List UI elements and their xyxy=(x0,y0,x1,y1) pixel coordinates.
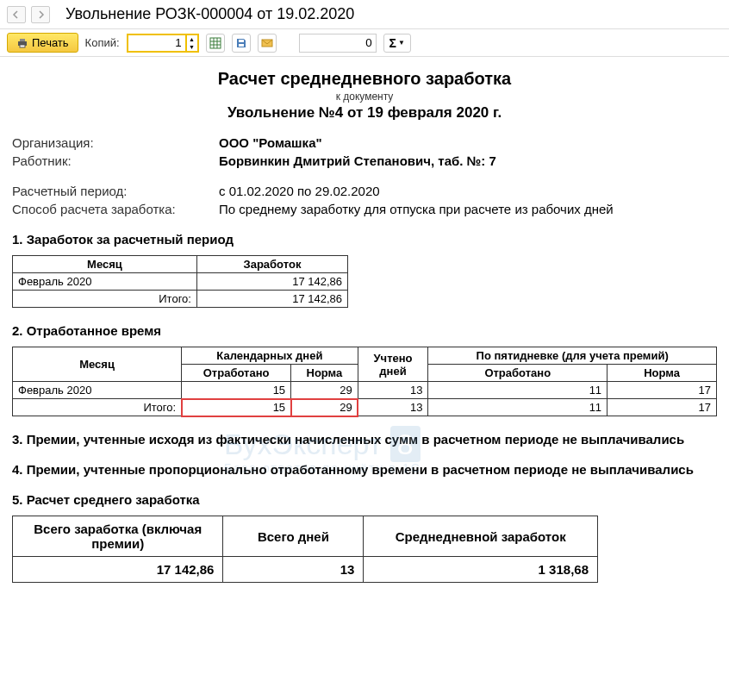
copies-input[interactable] xyxy=(127,34,187,53)
save-button[interactable] xyxy=(232,34,251,53)
total-five-norm: 17 xyxy=(608,399,717,416)
svg-rect-1 xyxy=(20,39,25,41)
sigma-icon: Σ xyxy=(389,36,396,50)
period-label: Расчетный период: xyxy=(12,184,219,198)
svg-rect-9 xyxy=(239,44,244,47)
col-average: Среднедневной заработок xyxy=(364,516,598,557)
table-row: Февраль 2020 15 29 13 11 17 xyxy=(13,382,717,399)
print-button[interactable]: Печать xyxy=(7,33,78,53)
copies-spinner[interactable]: ▲ ▼ xyxy=(187,34,199,53)
table-row: Февраль 2020 17 142,86 xyxy=(13,273,348,291)
spinner-down-icon[interactable]: ▼ xyxy=(187,43,197,51)
section-5-heading: 5. Расчет среднего заработка xyxy=(12,492,717,507)
number-input[interactable] xyxy=(299,34,377,53)
chevron-down-icon: ▼ xyxy=(398,39,405,47)
cell-five-worked: 11 xyxy=(428,382,608,399)
preview-button[interactable] xyxy=(206,34,225,53)
printer-icon xyxy=(16,37,28,49)
section-2-heading: 2. Отработанное время xyxy=(12,323,717,338)
table-row: 17 142,86 13 1 318,68 xyxy=(13,557,598,583)
nav-back-button[interactable] xyxy=(7,6,26,23)
cell-month: Февраль 2020 xyxy=(13,382,182,399)
document-subtitle: к документу xyxy=(12,91,717,103)
total-cal-worked: 15 xyxy=(182,399,291,416)
svg-rect-8 xyxy=(239,40,244,42)
total-five-worked: 11 xyxy=(428,399,608,416)
cell-total-days: 13 xyxy=(223,557,364,583)
sigma-button[interactable]: Σ ▼ xyxy=(383,34,411,53)
earnings-table: Месяц Заработок Февраль 2020 17 142,86 И… xyxy=(12,255,348,308)
section-3-heading: 3. Премии, учтенные исходя из фактически… xyxy=(12,432,717,447)
total-row: Итого: 17 142,86 xyxy=(13,291,348,308)
cell-earnings: 17 142,86 xyxy=(196,273,347,291)
worked-time-table: Месяц Календарных дней Учтено дней По пя… xyxy=(12,347,717,416)
col-month: Месяц xyxy=(13,256,197,273)
grid-icon xyxy=(209,37,221,49)
total-counted: 13 xyxy=(358,399,428,416)
cell-five-norm: 17 xyxy=(608,382,717,399)
total-label: Итого: xyxy=(13,399,182,416)
col-month: Месяц xyxy=(13,347,182,382)
svg-rect-2 xyxy=(20,45,25,47)
org-value: ООО "Ромашка" xyxy=(219,135,322,150)
cell-cal-worked: 15 xyxy=(182,382,291,399)
floppy-icon xyxy=(235,37,247,49)
cell-cal-norm: 29 xyxy=(291,382,358,399)
total-row: Итого: 15 29 13 11 17 xyxy=(13,399,717,416)
method-label: Способ расчета заработка: xyxy=(12,202,219,216)
nav-forward-button[interactable] xyxy=(31,6,50,23)
average-table: Всего заработка (включая премии) Всего д… xyxy=(12,516,598,583)
document-reference: Увольнение №4 от 19 февраля 2020 г. xyxy=(12,104,717,122)
arrow-right-icon xyxy=(36,10,45,19)
col-counted: Учтено дней xyxy=(358,347,428,382)
print-label: Печать xyxy=(32,36,69,49)
org-label: Организация: xyxy=(12,135,219,150)
cell-month: Февраль 2020 xyxy=(13,273,197,291)
total-cal-norm: 29 xyxy=(291,399,358,416)
method-value: По среднему заработку для отпуска при ра… xyxy=(219,202,614,216)
send-button[interactable] xyxy=(258,34,277,53)
cell-average: 1 318,68 xyxy=(364,557,598,583)
col-total-earn: Всего заработка (включая премии) xyxy=(13,516,223,557)
section-1-heading: 1. Заработок за расчетный период xyxy=(12,232,717,247)
period-value: с 01.02.2020 по 29.02.2020 xyxy=(219,184,380,198)
document-title: Расчет среднедневного заработка xyxy=(12,69,717,89)
section-4-heading: 4. Премии, учтенные пропорционально отра… xyxy=(12,462,717,477)
col-cal-worked: Отработано xyxy=(182,365,291,382)
employee-label: Работник: xyxy=(12,153,219,168)
col-calendar: Календарных дней xyxy=(182,347,358,365)
col-fiveday: По пятидневке (для учета премий) xyxy=(428,347,717,365)
copies-label: Копий: xyxy=(85,36,120,49)
col-five-worked: Отработано xyxy=(428,365,608,382)
total-earnings: 17 142,86 xyxy=(196,291,347,308)
envelope-icon xyxy=(261,37,273,49)
col-earnings: Заработок xyxy=(196,256,347,273)
col-cal-norm: Норма xyxy=(291,365,358,382)
employee-value: Борвинкин Дмитрий Степанович, таб. №: 7 xyxy=(219,153,496,168)
svg-rect-3 xyxy=(210,38,221,48)
arrow-left-icon xyxy=(12,10,21,19)
total-label: Итого: xyxy=(13,291,197,308)
cell-counted: 13 xyxy=(358,382,428,399)
page-title: Увольнение РОЗК-000004 от 19.02.2020 xyxy=(65,5,354,23)
col-five-norm: Норма xyxy=(608,365,717,382)
col-total-days: Всего дней xyxy=(223,516,364,557)
spinner-up-icon[interactable]: ▲ xyxy=(187,35,197,43)
cell-total-earn: 17 142,86 xyxy=(13,557,223,583)
